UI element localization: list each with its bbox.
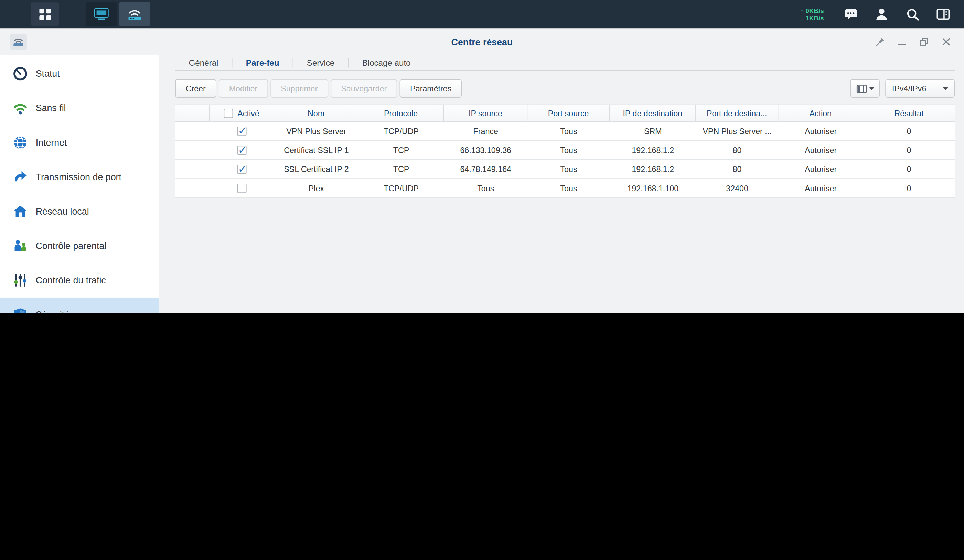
cell-ip-destination: 192.168.1.100 [610,183,696,193]
sidebar-item-controle-parental[interactable]: Contrôle parental [0,229,159,263]
ip-version-value: IPv4/IPv6 [892,84,926,93]
traffic-upload: ↑ 0KB/s [801,7,824,14]
window-app-icon [10,34,27,49]
tab-blocage-auto[interactable]: Blocage auto [348,58,424,67]
column-chooser-button[interactable] [850,80,880,98]
empty-area [175,198,955,313]
tab-pare-feu[interactable]: Pare-feu [233,58,293,67]
chevron-down-icon [943,87,948,90]
table-row[interactable]: SSL Certificat IP 2 TCP 64.78.149.164 To… [175,160,955,179]
table-row[interactable]: Certificat SSL IP 1 TCP 66.133.109.36 To… [175,141,955,160]
sidebar-item-reseau-local[interactable]: Réseau local [0,194,159,229]
cell-port-destination: 80 [696,164,778,174]
cell-resultat: 0 [863,145,955,155]
rule-enabled-checkbox[interactable] [238,126,247,135]
minimize-button[interactable] [895,35,909,49]
cell-ip-source: Tous [444,183,528,193]
sidebar: Statut Sans fil [0,55,159,313]
search-icon [905,7,919,21]
user-menu-button[interactable] [870,3,892,25]
cell-protocole: TCP/UDP [358,126,444,135]
header-active[interactable]: Activé [210,105,274,121]
header-ip-source[interactable]: IP source [444,105,528,121]
sidebar-item-label: Contrôle du trafic [36,273,140,287]
widgets-button[interactable] [932,3,954,25]
taskbar: ↑ 0KB/s ↓ 1KB/s [0,0,964,28]
sidebar-item-label: Sécurité [36,308,140,313]
cell-resultat: 0 [863,126,955,135]
header-port-source[interactable]: Port source [528,105,610,121]
taskbar-app-network-center[interactable] [119,2,150,26]
cell-nom: SSL Certificat IP 2 [274,164,358,174]
header-grip [175,105,210,121]
notifications-button[interactable] [840,3,862,25]
search-button[interactable] [901,3,923,25]
sidebar-item-controle-du-trafic[interactable]: Contrôle du trafic [0,263,159,298]
port-forward-icon [12,169,28,185]
firewall-toolbar: Créer Modifier Supprimer Sauvegarder Par… [175,80,955,98]
main-menu-button[interactable] [31,2,59,26]
cell-action: Autoriser [778,183,863,193]
screen: ↑ 0KB/s ↓ 1KB/s [0,0,964,313]
cell-ip-destination: 192.168.1.2 [610,145,696,155]
pin-window-button[interactable] [873,35,887,49]
window-title: Centre réseau [0,36,964,47]
edit-button[interactable]: Modifier [218,80,268,98]
header-port-destination[interactable]: Port de destina... [696,105,778,121]
rule-enabled-checkbox[interactable] [238,164,247,174]
cell-resultat: 0 [863,183,955,193]
table-row[interactable]: VPN Plus Server TCP/UDP France Tous SRM … [175,122,955,141]
cell-port-destination: 80 [696,145,778,155]
cell-protocole: TCP/UDP [358,183,444,193]
sidebar-item-label: Transmission de port [36,170,140,184]
settings-button[interactable]: Paramètres [400,80,462,98]
sidebar-item-sans-fil[interactable]: Sans fil [0,91,159,125]
chevron-down-icon [869,87,874,90]
table-row[interactable]: Plex TCP/UDP Tous Tous 192.168.1.100 324… [175,179,955,198]
header-nom[interactable]: Nom [274,105,358,121]
sidebar-item-statut[interactable]: Statut [0,56,159,91]
window-controls [873,35,953,49]
cell-ip-destination: 192.168.1.2 [610,164,696,174]
select-all-checkbox[interactable] [224,108,233,118]
cell-nom: Plex [274,183,358,193]
delete-button[interactable]: Supprimer [270,80,328,98]
tab-bar: Général Pare-feu Service Blocage auto [175,55,955,71]
open-apps [86,2,150,26]
ip-version-dropdown[interactable]: IPv4/IPv6 [885,80,955,98]
tab-general[interactable]: Général [175,58,232,67]
apps-grid-icon [39,8,50,20]
sidebar-item-label: Sans fil [36,101,140,115]
sidebar-item-label: Internet [36,136,140,149]
traffic-download: ↓ 1KB/s [801,14,824,21]
user-icon [874,7,889,22]
sidebar-item-transmission-de-port[interactable]: Transmission de port [0,160,159,194]
cell-nom: VPN Plus Server [274,126,358,135]
chat-icon [843,7,858,22]
save-button[interactable]: Sauvegarder [331,80,397,98]
cell-action: Autoriser [778,164,863,174]
cell-resultat: 0 [863,164,955,174]
rule-enabled-checkbox[interactable] [238,145,247,155]
sidebar-item-label: Réseau local [36,205,140,218]
taskbar-app-device[interactable] [86,2,117,26]
header-protocole[interactable]: Protocole [358,105,444,121]
cell-protocole: TCP [358,164,444,174]
maximize-button[interactable] [917,35,931,49]
home-network-icon [12,203,28,219]
close-button[interactable] [940,35,953,49]
tab-service[interactable]: Service [293,58,349,67]
create-button[interactable]: Créer [175,80,216,98]
globe-icon [12,135,28,150]
header-resultat[interactable]: Résultat [863,105,955,121]
cell-ip-source: 66.133.109.36 [444,145,528,155]
header-ip-destination[interactable]: IP de destination [610,105,696,121]
firewall-rules-table: Activé Nom Protocole IP source Port sour… [175,104,955,198]
rule-enabled-checkbox[interactable] [238,183,247,193]
header-action[interactable]: Action [778,105,863,121]
sidebar-item-internet[interactable]: Internet [0,125,159,160]
sidebar-item-securite[interactable]: Sécurité [0,298,159,313]
cell-ip-source: 64.78.149.164 [444,164,528,174]
taskbar-right-icons [840,3,954,25]
cell-ip-destination: SRM [610,126,696,135]
